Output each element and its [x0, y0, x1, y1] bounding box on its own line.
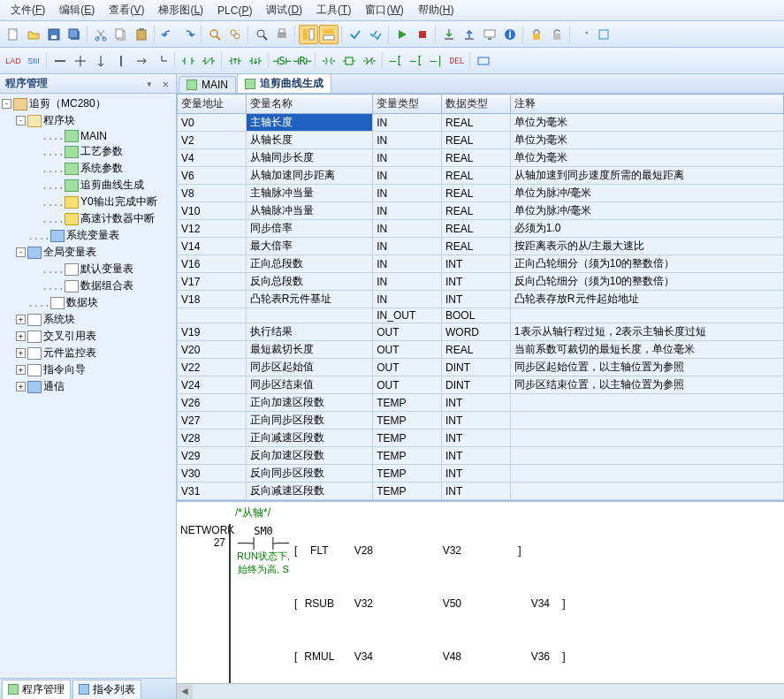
cell[interactable] — [510, 447, 783, 465]
ld-nc-contact[interactable] — [199, 51, 218, 71]
download-button[interactable] — [439, 25, 459, 44]
tree-toggle[interactable]: - — [2, 99, 11, 109]
ld-func2[interactable]: —[ — [407, 51, 426, 71]
ld-siii-button[interactable]: SIII — [24, 51, 43, 71]
cell[interactable]: 反向加速区段数 — [246, 447, 372, 465]
cell[interactable] — [178, 308, 247, 323]
cell[interactable] — [246, 308, 372, 323]
menu-item-2[interactable]: 查看(V) — [102, 1, 151, 19]
cell[interactable]: V31 — [178, 482, 247, 500]
tree-node-2[interactable]: ....MAIN — [2, 129, 174, 143]
menu-item-6[interactable]: 工具(T) — [309, 1, 358, 19]
print-button[interactable] — [272, 25, 292, 44]
cell[interactable]: V12 — [178, 220, 247, 238]
doc-tab-1[interactable]: 追剪曲线生成 — [237, 74, 331, 93]
cut-button[interactable] — [91, 25, 110, 44]
ladder-instruction[interactable]: [FLTV28V32] — [294, 544, 521, 557]
cell[interactable]: V20 — [178, 341, 247, 359]
horizontal-scrollbar[interactable]: ◄ — [177, 683, 784, 699]
table-row[interactable]: V18凸轮表R元件基址ININT凸轮表存放R元件起始地址 — [178, 291, 784, 308]
new-button[interactable] — [4, 25, 23, 44]
tree-node-17[interactable]: +通信 — [2, 378, 174, 395]
tree-toggle[interactable]: + — [16, 348, 26, 358]
ld-coil[interactable] — [319, 51, 339, 71]
cell[interactable]: IN — [373, 255, 442, 273]
cell[interactable]: V18 — [178, 291, 247, 308]
cell[interactable]: V26 — [178, 394, 247, 412]
cell[interactable]: 从轴加速同步距离 — [246, 167, 372, 185]
tree-node-15[interactable]: +元件监控表 — [2, 345, 174, 361]
cell[interactable]: 单位为毫米 — [510, 114, 783, 132]
cell[interactable]: INT — [442, 255, 511, 273]
col-header-3[interactable]: 数据类型 — [442, 95, 511, 114]
cell[interactable]: 单位为脉冲/毫米 — [510, 202, 783, 220]
cell[interactable]: V10 — [178, 202, 247, 220]
view2-button[interactable] — [319, 25, 339, 44]
menu-item-7[interactable]: 窗口(W) — [358, 1, 410, 19]
cell[interactable]: 同步区起始位置，以主轴位置为参照 — [510, 359, 783, 376]
table-row[interactable]: V17反向总段数ININT反向凸轮细分（须为10的整数倍） — [178, 273, 784, 291]
ld-del[interactable]: DEL — [447, 51, 467, 71]
cell[interactable]: V8 — [178, 185, 247, 202]
cell[interactable]: 反向同步区段数 — [246, 465, 372, 482]
table-row[interactable]: V14最大倍率INREAL按距离表示的从/主最大速比 — [178, 238, 784, 255]
cell[interactable]: V19 — [178, 323, 247, 341]
table-row[interactable]: V27正向同步区段数TEMPINT — [178, 412, 784, 429]
tree-node-7[interactable]: ....高速计数器中断 — [2, 210, 174, 227]
cell[interactable]: TEMP — [373, 394, 442, 412]
stop-button[interactable] — [413, 25, 432, 44]
upload-button[interactable] — [460, 25, 479, 44]
table-row[interactable]: V20最短裁切长度OUTREAL当前系数可裁切的最短长度，单位毫米 — [178, 341, 784, 359]
cell[interactable]: IN_OUT — [373, 308, 442, 323]
tree-node-3[interactable]: ....工艺参数 — [2, 143, 174, 160]
cell[interactable]: 同步倍率 — [246, 220, 372, 238]
find-button[interactable] — [205, 25, 225, 44]
menu-item-1[interactable]: 编辑(E) — [52, 1, 102, 19]
menu-item-5[interactable]: 调试(D) — [259, 1, 309, 19]
cell[interactable]: REAL — [442, 167, 511, 185]
cell[interactable]: V24 — [178, 376, 247, 394]
tree-node-8[interactable]: ....系统变量表 — [2, 227, 174, 244]
cell[interactable]: INT — [442, 447, 511, 465]
tree-toggle[interactable]: - — [16, 247, 26, 257]
cell[interactable]: 反向总段数 — [246, 273, 372, 291]
copy-button[interactable] — [111, 25, 131, 44]
cell[interactable]: 单位为毫米 — [510, 149, 783, 167]
tree-node-0[interactable]: -追剪（MC280） — [2, 95, 174, 112]
cell[interactable]: 从轴加速到同步速度所需的最短距离 — [510, 167, 783, 185]
menu-item-4[interactable]: PLC(P) — [210, 3, 259, 19]
table-row[interactable]: V6从轴加速同步距离INREAL从轴加速到同步速度所需的最短距离 — [178, 167, 784, 185]
ld-down-button[interactable] — [91, 51, 110, 71]
cell[interactable]: V14 — [178, 238, 247, 255]
col-header-2[interactable]: 变量类型 — [373, 95, 442, 114]
cell[interactable]: OUT — [373, 323, 442, 341]
undo-button[interactable] — [158, 25, 178, 44]
ladder-contact[interactable]: SM0 ──┤ ├── RUN状态下, 始终为高, S — [232, 525, 294, 576]
ld-lad-button[interactable]: LAD — [4, 51, 23, 71]
tool2-button[interactable] — [594, 25, 613, 44]
check-button[interactable] — [346, 25, 365, 44]
variable-table-pane[interactable]: 变量地址变量名称变量类型数据类型注释 V0主轴长度INREAL单位为毫米V2从轴… — [177, 94, 784, 502]
cell[interactable]: REAL — [442, 341, 511, 359]
table-row[interactable]: V10从轴脉冲当量INREAL单位为脉冲/毫米 — [178, 202, 784, 220]
cell[interactable] — [510, 394, 783, 412]
tree-toggle[interactable]: + — [16, 382, 26, 391]
ld-no-contact[interactable] — [179, 51, 198, 71]
cell[interactable]: 从轴同步长度 — [246, 149, 372, 167]
cell[interactable]: 正向减速区段数 — [246, 429, 372, 447]
cell[interactable]: V30 — [178, 465, 247, 482]
tree-node-14[interactable]: +交叉引用表 — [2, 328, 174, 345]
ld-s-contact[interactable]: ⊣S⊢ — [272, 51, 292, 71]
ld-r-contact[interactable]: ⊣R⊢ — [293, 51, 312, 71]
ladder-instruction[interactable]: [RSUBV32V50V34] — [294, 597, 566, 610]
tree-node-5[interactable]: ....追剪曲线生成 — [2, 177, 174, 194]
sidebar-controls[interactable]: ▾ ✕ — [146, 78, 171, 90]
save-button[interactable] — [44, 25, 64, 44]
cell[interactable]: 当前系数可裁切的最短长度，单位毫米 — [510, 341, 783, 359]
cell[interactable]: IN — [373, 273, 442, 291]
cell[interactable]: TEMP — [373, 429, 442, 447]
ld-arrow-button[interactable] — [132, 51, 151, 71]
project-tree[interactable]: -追剪（MC280）-程序块....MAIN....工艺参数....系统参数..… — [0, 94, 176, 678]
table-row[interactable]: V0主轴长度INREAL单位为毫米 — [178, 114, 784, 132]
cell[interactable]: 正向总段数 — [246, 255, 372, 273]
